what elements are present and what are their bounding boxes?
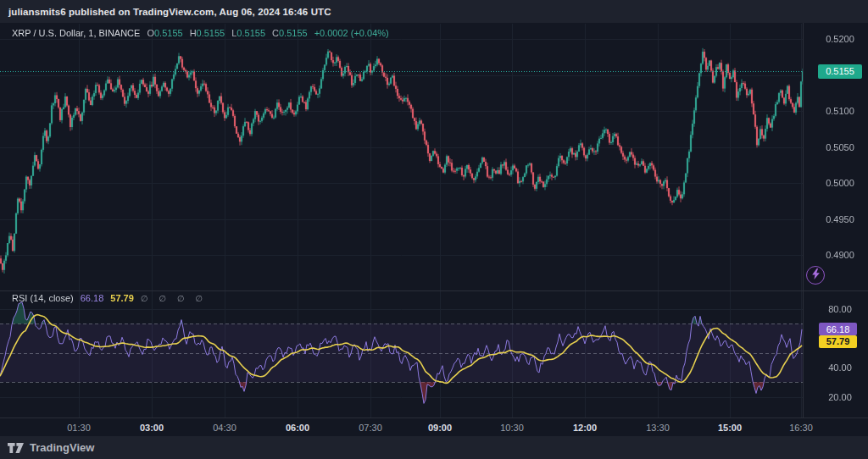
rsi-value: 66.18 <box>81 293 104 303</box>
tradingview-brand-text[interactable]: TradingView <box>30 441 94 454</box>
price-axis-label: 0.4900 <box>812 250 868 260</box>
lightning-icon <box>811 268 821 283</box>
time-axis-label: 07:30 <box>359 423 382 433</box>
time-axis-label: 09:00 <box>428 423 452 433</box>
rsi-value-badge: 66.18 <box>819 323 857 335</box>
time-axis-label: 03:00 <box>140 423 164 433</box>
time-axis-label: 06:00 <box>286 423 309 433</box>
time-axis-label: 16:30 <box>789 423 813 433</box>
boost-button[interactable] <box>806 266 825 285</box>
rsi-title: RSI (14, close) <box>12 293 74 303</box>
price-axis-label: 0.5100 <box>812 106 868 116</box>
publish-header-text: juliansmits6 published on TradingView.co… <box>8 7 331 17</box>
price-axis-label: 0.5200 <box>812 34 868 44</box>
time-axis-label: 13:30 <box>646 423 670 433</box>
rsi-axis-label: 20.00 <box>812 392 868 402</box>
publish-header: juliansmits6 published on TradingView.co… <box>0 0 868 23</box>
ohlc-high: H0.5155 <box>190 28 225 38</box>
rsi-axis-label: 40.00 <box>812 362 868 373</box>
price-axis-label: 0.5050 <box>812 142 868 152</box>
time-axis-label: 10:30 <box>500 423 524 433</box>
tradingview-published-chart: juliansmits6 published on TradingView.co… <box>0 0 868 459</box>
symbol-title: XRP / U.S. Dollar, 1, BINANCE <box>12 28 140 38</box>
footer: TradingView <box>0 436 868 459</box>
time-axis-label: 01:30 <box>67 423 91 433</box>
rsi-ma-value: 57.79 <box>110 293 134 303</box>
ohlc-close: C0.5155 <box>272 28 308 38</box>
last-price-badge: 0.5155 <box>818 64 862 79</box>
time-axis-label: 15:00 <box>718 423 742 433</box>
chart-canvas[interactable] <box>0 23 868 418</box>
tradingview-logo-icon[interactable] <box>8 443 24 453</box>
time-axis-label: 04:30 <box>213 423 236 433</box>
rsi-ma-value-badge: 57.79 <box>819 335 857 348</box>
chart-area: XRP / U.S. Dollar, 1, BINANCE O0.5155 H0… <box>0 23 868 436</box>
ohlc-open: O0.5155 <box>147 28 182 38</box>
rsi-axis-label: 80.00 <box>812 304 868 314</box>
time-axis[interactable]: 01:3003:0004:3006:0007:3009:0010:3012:00… <box>0 418 868 436</box>
rsi-legend[interactable]: RSI (14, close) 66.18 57.79 ∅ ∅ ∅ ∅ <box>12 292 207 304</box>
rsi-empty-values: ∅ ∅ ∅ ∅ <box>141 294 207 303</box>
time-axis-label: 12:00 <box>573 423 597 433</box>
price-change: +0.0002 (+0.04%) <box>314 28 389 38</box>
price-axis-label: 0.4950 <box>812 214 868 224</box>
ohlc-low: L0.5155 <box>231 28 265 38</box>
symbol-legend[interactable]: XRP / U.S. Dollar, 1, BINANCE O0.5155 H0… <box>12 27 389 39</box>
price-axis-label: 0.5000 <box>812 178 868 188</box>
